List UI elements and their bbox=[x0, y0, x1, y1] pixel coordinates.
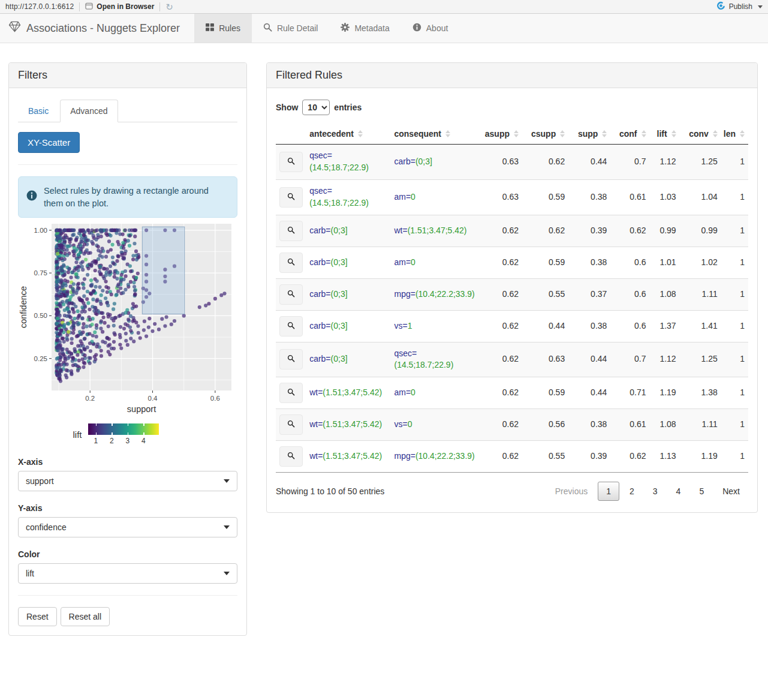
page-button-4[interactable]: 4 bbox=[668, 482, 689, 501]
chevron-down-icon bbox=[224, 525, 230, 529]
svg-text:support: support bbox=[127, 404, 156, 414]
filters-tab-advanced[interactable]: Advanced bbox=[60, 100, 118, 122]
page-length-select[interactable]: 10 bbox=[302, 100, 330, 115]
publish-button[interactable]: Publish bbox=[716, 1, 763, 12]
y-axis-select[interactable]: confidence bbox=[18, 517, 237, 537]
sort-icon bbox=[560, 130, 565, 137]
column-header-lift[interactable]: lift bbox=[650, 124, 680, 145]
previous-page-button[interactable]: Previous bbox=[547, 482, 596, 501]
antecedent-attr: carb= bbox=[309, 289, 330, 299]
inspect-rule-button[interactable] bbox=[279, 152, 303, 172]
color-select[interactable]: lift bbox=[18, 563, 237, 584]
table-row: wt=(1.51;3.47;5.42) am=0 0.62 0.59 0.44 … bbox=[276, 377, 748, 409]
antecedent-value: (0;3] bbox=[331, 289, 348, 299]
asupp-cell: 0.62 bbox=[478, 278, 522, 310]
x-axis-select[interactable]: support bbox=[18, 471, 237, 491]
x-axis-label: X-axis bbox=[18, 457, 237, 467]
len-cell: 1 bbox=[721, 145, 748, 180]
asupp-cell: 0.62 bbox=[478, 215, 522, 247]
page-button-2[interactable]: 2 bbox=[621, 482, 643, 501]
antecedent-attr: qsec= bbox=[309, 151, 332, 160]
table-row: wt=(1.51;3.47;5.42) vs=0 0.62 0.56 0.38 … bbox=[276, 409, 748, 441]
conv-cell: 1.38 bbox=[680, 377, 721, 409]
supp-cell: 0.38 bbox=[568, 247, 610, 278]
page-button-3[interactable]: 3 bbox=[644, 482, 666, 501]
column-header-conf[interactable]: conf bbox=[610, 124, 649, 145]
tab-rules[interactable]: Rules bbox=[194, 14, 252, 43]
sort-icon bbox=[641, 130, 646, 137]
page-button-5[interactable]: 5 bbox=[691, 482, 712, 501]
y-axis-label: Y-axis bbox=[18, 503, 237, 513]
xy-scatter-button[interactable]: XY-Scatter bbox=[18, 132, 80, 153]
filters-panel-title: Filters bbox=[9, 63, 246, 88]
consequent-cell: carb=(0;3] bbox=[390, 145, 478, 180]
column-header-conv[interactable]: conv bbox=[680, 124, 721, 145]
column-header-consequent[interactable]: consequent bbox=[390, 124, 478, 145]
consequent-value: 1 bbox=[408, 321, 412, 331]
lift-cell: 1.12 bbox=[650, 342, 680, 377]
asupp-cell: 0.63 bbox=[478, 145, 522, 180]
conv-cell: 1.41 bbox=[680, 310, 721, 342]
inspect-rule-button[interactable] bbox=[279, 349, 303, 369]
antecedent-cell: qsec=(14.5;18.7;22.9) bbox=[306, 179, 390, 215]
next-page-button[interactable]: Next bbox=[714, 482, 748, 501]
column-header-asupp[interactable]: asupp bbox=[478, 124, 522, 145]
len-cell: 1 bbox=[721, 310, 748, 342]
consequent-cell: vs=0 bbox=[390, 409, 478, 441]
inspect-rule-button[interactable] bbox=[279, 187, 303, 208]
column-header-csupp[interactable]: csupp bbox=[522, 124, 568, 145]
refresh-icon[interactable]: ↻ bbox=[165, 2, 173, 11]
csupp-cell: 0.63 bbox=[522, 342, 568, 377]
svg-text:0.75: 0.75 bbox=[34, 269, 47, 277]
len-cell: 1 bbox=[721, 247, 748, 278]
conv-cell: 1.04 bbox=[680, 179, 721, 215]
search-icon bbox=[287, 420, 295, 429]
antecedent-value: (14.5;18.7;22.9) bbox=[309, 198, 369, 208]
len-cell: 1 bbox=[721, 441, 748, 473]
asupp-cell: 0.63 bbox=[478, 179, 522, 215]
csupp-cell: 0.44 bbox=[522, 310, 568, 342]
consequent-attr: mpg= bbox=[394, 289, 415, 299]
window-icon bbox=[85, 2, 93, 11]
antecedent-value: (0;3] bbox=[331, 257, 348, 267]
y-axis-control: Y-axis confidence bbox=[18, 503, 237, 537]
tab-about[interactable]: About bbox=[401, 14, 460, 43]
reset-button[interactable]: Reset bbox=[18, 607, 57, 626]
inspect-rule-button[interactable] bbox=[279, 446, 303, 467]
csupp-cell: 0.55 bbox=[522, 278, 568, 310]
navbar: Associations - Nuggets Explorer Rules Ru… bbox=[0, 14, 768, 43]
tab-metadata[interactable]: Metadata bbox=[329, 14, 400, 43]
column-header-antecedent[interactable]: antecedent bbox=[306, 124, 390, 145]
scatter-plot[interactable]: 0.20.40.60.250.500.751.00supportconfiden… bbox=[18, 220, 237, 445]
inspect-rule-button[interactable] bbox=[279, 284, 303, 305]
len-cell: 1 bbox=[721, 409, 748, 441]
search-icon bbox=[287, 452, 295, 461]
page-button-1[interactable]: 1 bbox=[598, 482, 619, 501]
filters-tab-basic[interactable]: Basic bbox=[18, 100, 59, 122]
open-in-browser-button[interactable]: Open in Browser bbox=[85, 2, 154, 11]
table-row: wt=(1.51;3.47;5.42) mpg=(10.4;22.2;33.9)… bbox=[276, 441, 748, 473]
antecedent-cell: carb=(0;3] bbox=[306, 310, 390, 342]
info-icon bbox=[412, 23, 421, 34]
inspect-rule-button[interactable] bbox=[279, 383, 303, 403]
consequent-value: (1.51;3.47;5.42) bbox=[408, 226, 467, 235]
inspect-rule-button[interactable] bbox=[279, 316, 303, 337]
consequent-cell: mpg=(10.4;22.2;33.9) bbox=[390, 278, 478, 310]
consequent-cell: am=0 bbox=[390, 179, 478, 215]
asupp-cell: 0.62 bbox=[478, 409, 522, 441]
inspect-rule-button[interactable] bbox=[279, 414, 303, 435]
column-header-len[interactable]: len bbox=[721, 124, 748, 145]
conv-cell: 0.99 bbox=[680, 215, 721, 247]
pagination: Previous 12345 Next bbox=[545, 482, 748, 501]
column-header-supp[interactable]: supp bbox=[568, 124, 610, 145]
divider bbox=[18, 164, 237, 165]
inspect-rule-button[interactable] bbox=[279, 253, 303, 273]
color-control: Color lift bbox=[18, 549, 237, 584]
supp-cell: 0.39 bbox=[568, 441, 610, 473]
inspect-rule-button[interactable] bbox=[279, 221, 303, 241]
conv-cell: 1.02 bbox=[680, 247, 721, 278]
reset-all-button[interactable]: Reset all bbox=[61, 607, 110, 626]
tab-rule-detail[interactable]: Rule Detail bbox=[252, 14, 329, 43]
legend-title: lift bbox=[73, 429, 82, 440]
search-icon bbox=[287, 258, 295, 268]
